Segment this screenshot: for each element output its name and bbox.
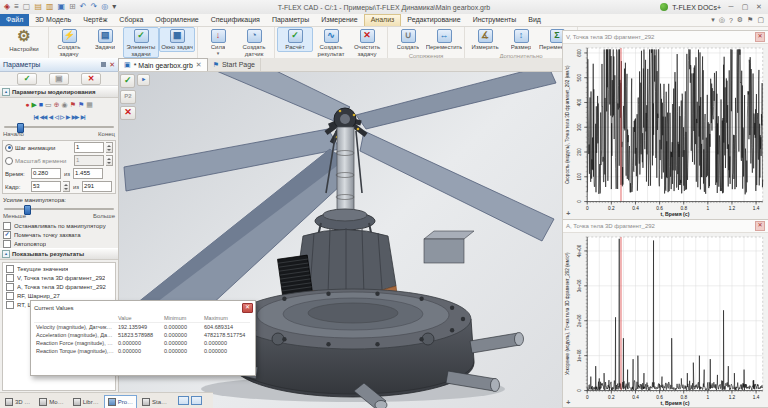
open-folder-icon[interactable]: ▥ [46, 3, 54, 11]
document-tab-Start Page[interactable]: ⚑Start Page [208, 58, 261, 71]
window-icon[interactable]: ▢ [757, 16, 764, 24]
save-state-button[interactable]: ▣ [49, 73, 69, 85]
checkbox-icon[interactable] [6, 265, 14, 273]
more-icon[interactable]: ▾ [112, 3, 116, 11]
result-checkbox-item[interactable]: Текущие значения [3, 264, 115, 273]
time-scale-input[interactable]: 1 [74, 155, 104, 166]
add-icon[interactable]: ⊕ [54, 101, 60, 109]
ribbon-tab-Инструменты[interactable]: Инструменты [467, 14, 523, 26]
panel-tab-3D …[interactable]: 3D … [1, 395, 34, 408]
ribbon-button-Создать[interactable]: ∪Создать [390, 27, 426, 52]
ribbon-tab-3D Модель[interactable]: 3D Модель [29, 14, 77, 26]
flag-icon[interactable]: ⚑ [747, 16, 753, 24]
grid-icon[interactable]: ▦ [86, 101, 93, 109]
slider-thumb[interactable] [17, 123, 24, 133]
close-button[interactable]: ✕ [753, 3, 765, 11]
back-button[interactable]: ◀ [49, 114, 52, 120]
ribbon-button-Создать датчик[interactable]: ◔Создать датчик [236, 27, 272, 58]
ribbon-tab-Параметры[interactable]: Параметры [266, 14, 315, 26]
gear-icon[interactable]: ⚙ [737, 16, 743, 24]
section-sim-params[interactable]: ▴ Параметры моделирования [0, 86, 118, 98]
fwd-button[interactable]: ▶ [66, 114, 69, 120]
properties-button[interactable]: P2 [120, 90, 136, 104]
oil-radiator[interactable] [278, 255, 313, 297]
collapse-icon[interactable]: ▴ [2, 250, 10, 258]
checkbox-icon[interactable] [3, 222, 11, 230]
ribbon-button-Элементы задачи[interactable]: ✓Элементы задачи [123, 27, 159, 58]
ribbon-tab-Измерение[interactable]: Измерение [315, 14, 363, 26]
cancel-button[interactable]: ✕ [81, 73, 101, 85]
save-icon[interactable]: ▣ [58, 3, 66, 11]
checkbox-icon[interactable] [6, 301, 14, 309]
to-end-button[interactable]: ▶| [81, 114, 85, 120]
menu-icon[interactable]: ≡ [14, 3, 19, 11]
ribbon-tab-Чертёж[interactable]: Чертёж [77, 14, 113, 26]
link-icon[interactable]: ◎ [101, 3, 108, 11]
close-icon[interactable]: ✕ [755, 221, 765, 231]
stop-icon[interactable]: ■ [39, 101, 43, 109]
ribbon-button-Размер[interactable]: ↕Размер [503, 27, 539, 52]
help-icon[interactable]: ? [729, 17, 733, 24]
result-checkbox-item[interactable]: RF, Шарнир_27 [3, 291, 115, 300]
film-icon[interactable]: ▭ [45, 101, 52, 109]
ribbon-button-Переместить[interactable]: ↔Переместить [426, 27, 462, 52]
checkbox-icon[interactable] [6, 274, 14, 282]
timeline-slider[interactable] [4, 122, 114, 131]
section-show-results[interactable]: ▴ Показывать результаты [0, 248, 118, 260]
dropdown-icon[interactable]: ▾ [711, 16, 715, 24]
chart-plot-area[interactable]: 00.20.40.60.811.21.40100200300400500600t… [563, 44, 768, 219]
print-icon[interactable]: ⊞ [69, 3, 76, 11]
frame-spinner[interactable] [63, 181, 70, 192]
new-document-icon[interactable]: ▢ [23, 3, 31, 11]
ribbon-button-Настройки[interactable]: ⚙Настройки [2, 27, 46, 54]
ribbon-tab-Анализ[interactable]: Анализ [364, 14, 402, 26]
ribbon-button-Окно задач[interactable]: ▦Окно задач [159, 27, 195, 52]
ribbon-button-Сила[interactable]: ↓Сила▾ [200, 27, 236, 56]
option-checkbox-item[interactable]: ✓Помечать точку захвата [0, 230, 118, 239]
target-icon[interactable]: ◉ [62, 101, 68, 109]
chart-plot-area[interactable]: 00.20.40.60.811.21.401e+062e+063e+064e+0… [563, 233, 768, 408]
panel-tab-Sta…[interactable]: Sta… [138, 395, 171, 408]
frame-input[interactable]: 53 [31, 181, 61, 192]
ribbon-tab-Оформление[interactable]: Оформление [149, 14, 204, 26]
maximize-button[interactable]: ▢ [739, 3, 751, 11]
ribbon-tab-Редактирование[interactable]: Редактирование [401, 14, 466, 26]
cancel-button[interactable]: ✕ [120, 106, 136, 120]
play-icon[interactable]: ▶ [31, 101, 36, 109]
anim-step-input[interactable]: 1 [74, 142, 104, 153]
pin-icon[interactable] [101, 62, 106, 67]
record-icon[interactable]: ● [25, 101, 29, 109]
step-fwd-button[interactable]: ▷ [60, 114, 63, 120]
force-slider-track[interactable] [4, 208, 114, 210]
checkbox-icon[interactable] [6, 292, 14, 300]
force-slider[interactable] [4, 204, 114, 213]
panel-tab-Mo…[interactable]: Mo… [35, 395, 67, 408]
close-icon[interactable]: ✕ [196, 61, 202, 69]
ribbon-tab-Спецификация[interactable]: Спецификация [205, 14, 266, 26]
current-values-window[interactable]: Current Values ✕ ValueMinimumMaximum Vel… [30, 300, 256, 376]
ribbon-button-Расчёт[interactable]: ✓Расчёт [277, 27, 313, 52]
ribbon-button-Создать задачу[interactable]: ⚡Создать задачу▾ [51, 27, 87, 62]
checkbox-icon[interactable] [6, 283, 14, 291]
checkbox-icon[interactable]: ✓ [3, 231, 11, 239]
force-slider-thumb[interactable] [24, 205, 31, 215]
fast-fwd-button[interactable]: ▶▶ [72, 114, 78, 120]
tflex-docs-label[interactable]: T-FLEX DOCs+ [672, 4, 721, 11]
ribbon-button-Создать результат[interactable]: ∿Создать результат [313, 27, 349, 58]
checkbox-icon[interactable] [3, 240, 11, 248]
ribbon-tab-Вид[interactable]: Вид [522, 14, 547, 26]
option-checkbox-item[interactable]: Автоповтор [0, 239, 118, 248]
time-input[interactable]: 0.280 [31, 168, 61, 179]
ribbon-tab-Сборка[interactable]: Сборка [113, 14, 149, 26]
time-scale-spinner[interactable] [106, 155, 113, 166]
step-back-button[interactable]: ◁ [55, 114, 58, 120]
panel-tab-Libr…[interactable]: Libr… [69, 395, 103, 408]
close-icon[interactable]: ✕ [109, 61, 115, 69]
document-tab-Main gearbox.grb[interactable]: ▣* Main gearbox.grb✕ [118, 58, 208, 71]
option-checkbox-item[interactable]: Останавливать по манипулятору [0, 221, 118, 230]
close-icon[interactable]: ✕ [755, 32, 765, 42]
preview-button[interactable]: ▸ [137, 74, 150, 86]
collapse-icon[interactable]: ▴ [2, 88, 10, 96]
open-icon[interactable]: ▤ [34, 3, 42, 11]
gearbox-base[interactable] [232, 289, 474, 397]
